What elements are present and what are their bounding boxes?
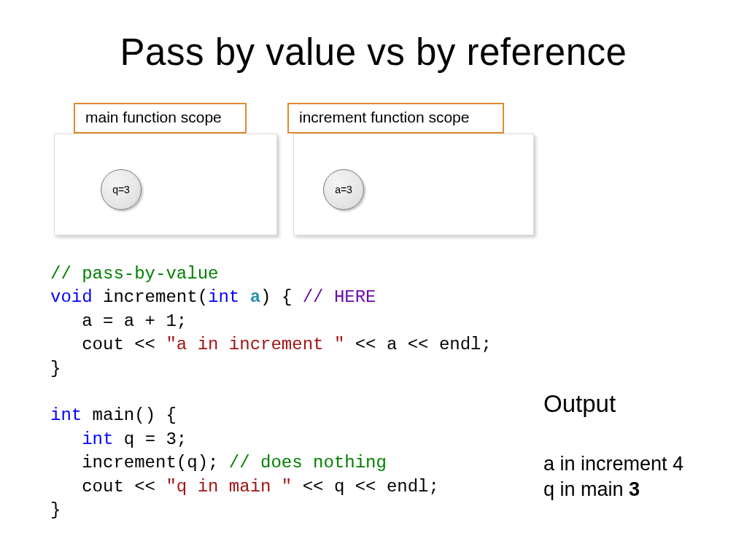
main-scope-label: main function scope [74, 103, 247, 133]
code-paren-open: ) { [260, 287, 303, 307]
output-line1-value: 4 [673, 453, 684, 475]
code-comment-pbv: // pass-by-value [50, 264, 218, 284]
code-intq-b: q = 3; [113, 429, 187, 449]
code-call-a: increment(q); [50, 453, 229, 472]
output-line1-text: a in increment [543, 453, 673, 475]
code-kw-int-main: int [50, 405, 82, 425]
slide: Pass by value vs by reference main funct… [0, 0, 747, 560]
code-intq-kw: int [82, 429, 113, 449]
code-intq-a [50, 429, 82, 449]
code-comment-here: // HERE [303, 287, 376, 307]
output-line-1: a in increment 4 [543, 453, 684, 475]
code-param-a: a [239, 287, 260, 307]
code-cout2b: << q << endl; [292, 477, 439, 497]
output-line-2: q in main 3 [543, 478, 640, 501]
code-call-comment: // does nothing [229, 453, 387, 472]
main-scope-box [54, 133, 277, 236]
output-line2-text: q in main [543, 478, 629, 500]
code-block: // pass-by-value void increment(int a) {… [50, 262, 492, 522]
code-cout1a: cout << [50, 335, 166, 354]
code-brace1: } [50, 359, 61, 378]
code-kw-int-a: int [208, 287, 239, 307]
code-brace2: } [50, 500, 61, 520]
code-line-assign: a = a + 1; [50, 311, 187, 331]
output-title: Output [543, 390, 616, 418]
code-cout1str: "a in increment " [166, 335, 344, 354]
code-cout2str: "q in main " [166, 477, 292, 497]
slide-title: Pass by value vs by reference [0, 31, 747, 74]
code-cout2a: cout << [50, 477, 166, 497]
increment-scope-label: increment function scope [287, 103, 504, 133]
code-fn-increment: increment( [93, 287, 208, 307]
variable-q-circle: q=3 [101, 169, 142, 210]
variable-a-circle: a=3 [323, 169, 364, 210]
code-cout1b: << a << endl; [344, 335, 492, 354]
output-line2-value: 3 [629, 478, 640, 500]
code-fn-main: main() { [82, 405, 177, 425]
code-kw-void: void [50, 287, 93, 307]
